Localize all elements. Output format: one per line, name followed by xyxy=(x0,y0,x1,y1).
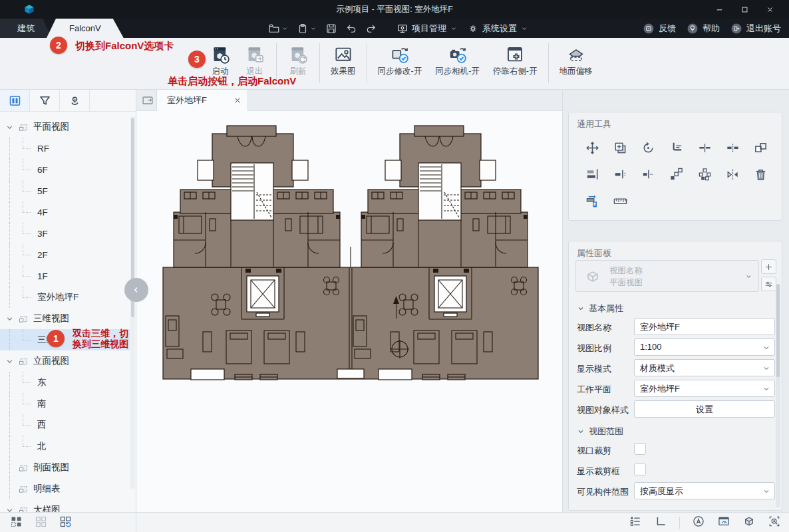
tool-array-radial-icon[interactable] xyxy=(691,166,718,183)
ribbon-button-退出[interactable]: 退出 xyxy=(237,42,272,80)
tree-item-室外地坪F[interactable]: 室外地坪F xyxy=(0,287,130,308)
tool-match-icon[interactable] xyxy=(747,139,775,156)
checkbox-视口裁剪[interactable] xyxy=(634,443,646,455)
ribbon-button-同步相机-开[interactable]: 同步相机-开 xyxy=(428,42,486,80)
tool-align-mid-icon[interactable] xyxy=(606,166,634,183)
tool-align-bottom-icon[interactable] xyxy=(578,166,606,183)
status-box-3d-icon[interactable] xyxy=(742,515,756,530)
status-grid-restore-icon[interactable] xyxy=(9,515,23,531)
tree-item-大样图[interactable]: 大样图 xyxy=(0,499,130,512)
offset-icon xyxy=(585,194,600,209)
ribbon-button-启动[interactable]: 启动 xyxy=(203,42,237,80)
floor-plan-drawing[interactable] xyxy=(156,124,545,392)
tree-item-明细表[interactable]: 明细表 xyxy=(0,478,130,499)
ribbon-button-停靠右侧-开[interactable]: 停靠右侧-开 xyxy=(486,42,544,80)
ribbon-button-刷新[interactable]: 刷新 xyxy=(281,42,315,80)
tree-item-平面视图[interactable]: 平面视图 xyxy=(0,116,130,138)
sidebar-collapse-handle[interactable] xyxy=(132,278,152,302)
field-视图比例[interactable]: 1:100 xyxy=(634,338,775,356)
properties-scrollbar[interactable] xyxy=(776,284,780,507)
status-grid-blank-icon[interactable] xyxy=(34,515,48,531)
ribbon-button-地面偏移[interactable]: 地面偏移 xyxy=(553,42,599,80)
status-crop-corner-icon[interactable] xyxy=(654,515,667,530)
tool-copy-icon[interactable] xyxy=(606,139,634,156)
property-row-工作平面: 工作平面室外地坪F xyxy=(569,379,782,400)
menu-1[interactable]: 系统设置 xyxy=(467,23,528,35)
field-视图名称[interactable]: 室外地坪F xyxy=(634,318,775,335)
float-panel-icon[interactable] xyxy=(140,93,155,108)
tab-architecture[interactable]: 建筑 xyxy=(0,19,52,38)
quick-tool-undo-icon[interactable] xyxy=(343,23,359,35)
account-1[interactable]: 帮助 xyxy=(687,23,720,35)
tree-item-三维视图[interactable]: 三维视图 xyxy=(0,308,130,329)
close-button[interactable] xyxy=(757,0,782,19)
tool-move-icon[interactable] xyxy=(578,139,606,156)
chevron-down-icon xyxy=(762,487,770,495)
account-2[interactable]: 退出账号 xyxy=(730,23,781,35)
tree-item-三维[interactable]: 三维 xyxy=(0,329,130,350)
help-icon xyxy=(687,23,699,35)
tree-item-北[interactable]: 北 xyxy=(0,436,130,457)
tree-item-RF[interactable]: RF xyxy=(0,138,130,159)
browser-tool-filter-icon[interactable] xyxy=(30,90,60,111)
browser-tool-panel-columns-icon[interactable] xyxy=(0,90,30,111)
tree-item-4F[interactable]: 4F xyxy=(0,201,130,223)
tree-item-立面视图[interactable]: 立面视图 xyxy=(0,350,130,372)
tree-item-6F[interactable]: 6F xyxy=(0,159,130,180)
field-工作平面[interactable]: 室外地坪F xyxy=(634,380,775,397)
type-selector[interactable]: 视图名称 平面视图 xyxy=(575,260,759,292)
tool-array-linear-icon[interactable] xyxy=(663,166,691,183)
chevron-down-icon xyxy=(577,305,585,313)
menu-0[interactable]: 项目管理 xyxy=(396,23,458,35)
section-视图范围[interactable]: 视图范围 xyxy=(569,423,782,440)
tree-item-2F[interactable]: 2F xyxy=(0,244,130,265)
tool-align-end-icon[interactable] xyxy=(635,166,663,183)
add-property-button[interactable] xyxy=(761,259,776,274)
status-render-window-icon[interactable] xyxy=(717,515,730,530)
tool-delete-icon[interactable] xyxy=(747,166,775,183)
zoom-region-icon xyxy=(768,515,781,528)
document-tab[interactable]: 室外地坪F xyxy=(156,90,248,111)
tree-item-东[interactable]: 东 xyxy=(0,372,130,393)
status-grid-reset-icon[interactable] xyxy=(59,515,73,531)
tool-trim-icon[interactable] xyxy=(663,139,691,156)
tree-item-南[interactable]: 南 xyxy=(0,393,130,414)
ribbon-button-label: 效果图 xyxy=(331,66,356,77)
checkbox-显示裁剪框[interactable] xyxy=(634,464,646,475)
filter-properties-button[interactable] xyxy=(761,277,776,291)
sidebar-scrollbar[interactable] xyxy=(130,116,135,489)
status-text-style-icon[interactable] xyxy=(692,515,705,530)
tab-falconv[interactable]: FalconV xyxy=(47,19,124,38)
quick-tool-redo-icon[interactable] xyxy=(363,23,379,35)
split-icon xyxy=(697,140,712,156)
quick-tool-save-icon[interactable] xyxy=(323,23,339,35)
status-list-detail-icon[interactable] xyxy=(629,515,642,530)
maximize-button[interactable] xyxy=(732,0,757,19)
button-设置[interactable]: 设置 xyxy=(634,400,775,418)
close-tab-icon[interactable] xyxy=(233,96,242,105)
drawing-canvas[interactable]: 室外地坪F xyxy=(136,90,562,512)
tool-split-icon[interactable] xyxy=(691,139,718,156)
tree-item-剖面视图[interactable]: 剖面视图 xyxy=(0,457,130,478)
field-显示模式[interactable]: 材质模式 xyxy=(634,359,775,376)
tree-item-西[interactable]: 西 xyxy=(0,414,130,436)
field-可见构件范围[interactable]: 按高度显示 xyxy=(634,482,775,499)
tool-offset-icon[interactable] xyxy=(578,192,606,209)
tool-mirror-icon[interactable] xyxy=(718,166,746,183)
ribbon-divider xyxy=(319,43,320,83)
browser-tool-locate-icon[interactable] xyxy=(60,90,90,111)
status-zoom-region-icon[interactable] xyxy=(768,515,781,530)
tool-split-gap-icon[interactable] xyxy=(718,139,746,156)
tree-item-3F[interactable]: 3F xyxy=(0,223,130,244)
minimize-button[interactable] xyxy=(707,0,732,19)
tool-rotate-icon[interactable] xyxy=(635,139,663,156)
tree-item-5F[interactable]: 5F xyxy=(0,180,130,201)
tree-item-1F[interactable]: 1F xyxy=(0,265,130,287)
tool-measure-icon[interactable] xyxy=(606,192,634,209)
quick-tool-paste-icon[interactable] xyxy=(295,23,319,35)
section-基本属性[interactable]: 基本属性 xyxy=(569,300,782,317)
quick-tool-folder-icon[interactable] xyxy=(266,23,291,35)
ribbon-button-同步修改-开[interactable]: 同步修改-开 xyxy=(371,42,429,80)
ribbon-button-效果图[interactable]: 效果图 xyxy=(324,42,363,80)
account-0[interactable]: 反馈 xyxy=(643,23,676,35)
